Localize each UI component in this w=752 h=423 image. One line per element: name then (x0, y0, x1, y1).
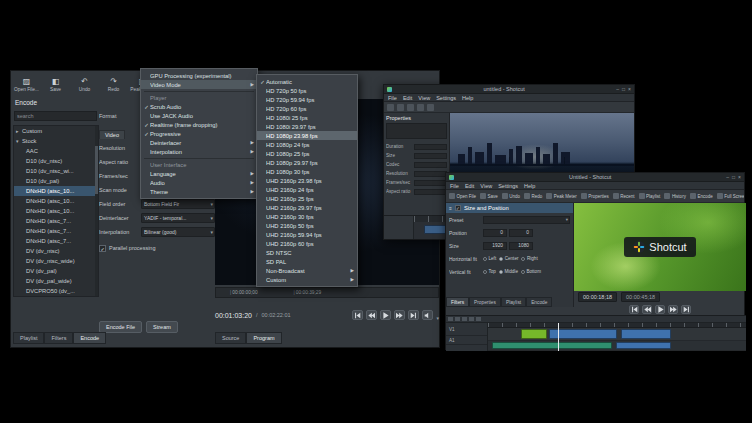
menu-item[interactable]: Deinterlacer (141, 138, 257, 147)
current-timecode[interactable]: 00:00:18;18 (578, 292, 617, 302)
dock-tab[interactable]: Encode (526, 297, 552, 307)
skip-to-end-button[interactable] (408, 310, 419, 320)
field-combo[interactable]: Bottom Field Fir (141, 199, 215, 209)
rewind-button[interactable] (366, 310, 377, 320)
preset-tree-item[interactable]: DNxHD (atsc_7... (14, 236, 98, 246)
preset-tree-item[interactable]: DNxHD (atsc_10... (14, 206, 98, 216)
preset-tree-item[interactable]: ▾ Stock (14, 136, 98, 146)
submenu-item[interactable]: UHD 2160p 25 fps (257, 194, 357, 203)
paste-icon[interactable] (469, 317, 474, 321)
player-tab[interactable]: Source (215, 332, 246, 344)
peak-meter-icon[interactable] (427, 104, 434, 111)
size-height-field[interactable]: 1080 (509, 242, 533, 250)
submenu-item[interactable]: UHD 2160p 23.98 fps (257, 176, 357, 185)
menu-item[interactable]: User Interface (141, 160, 257, 169)
menu-item[interactable]: Progressive (141, 129, 257, 138)
cut-icon[interactable] (455, 317, 460, 321)
titlebar[interactable]: untitled - Shotcut –□× (384, 85, 634, 94)
toolbar-button[interactable]: Peak Meter (546, 193, 577, 199)
total-timecode[interactable]: 00:00:45;18 (621, 292, 660, 302)
submenu-item[interactable]: Non-Broadcast (257, 266, 357, 275)
track-head[interactable]: V1 (446, 323, 487, 336)
menu-entry[interactable]: View (480, 183, 492, 189)
copy-icon[interactable] (462, 317, 467, 321)
valign-radio[interactable]: Bottom (521, 269, 541, 274)
save-icon[interactable] (397, 104, 404, 111)
property-value-field[interactable] (414, 144, 447, 150)
volume-caret-icon[interactable] (436, 306, 439, 324)
dock-tab[interactable]: Filters (44, 332, 73, 344)
property-value-field[interactable] (414, 153, 447, 159)
menu-item[interactable]: Scrub Audio (141, 102, 257, 111)
position-x-field[interactable]: 0 (483, 229, 507, 237)
timeline-ruler[interactable]: 00:00:00;0000:00:39;29 (215, 287, 439, 298)
preset-tree-item[interactable]: DNxHD (atsc_7... (14, 226, 98, 236)
filter-enabled-checkbox[interactable] (455, 205, 461, 211)
menu-entry[interactable]: View (418, 95, 430, 101)
play-button[interactable] (380, 310, 391, 320)
timeline-menu-icon[interactable] (448, 317, 453, 321)
toolbar-button[interactable]: Redo (524, 193, 542, 199)
halign-radio[interactable]: Left (483, 256, 496, 261)
submenu-item[interactable]: SD NTSC (257, 248, 357, 257)
menu-item[interactable]: Realtime (frame dropping) (141, 120, 257, 129)
skip-to-end-button[interactable] (681, 305, 691, 314)
append-icon[interactable] (476, 317, 481, 321)
window-control-icon[interactable]: – (616, 86, 619, 92)
track-head[interactable]: A1 (446, 336, 487, 345)
property-value-field[interactable] (414, 189, 447, 195)
menu-item[interactable]: Interpolation (141, 147, 257, 156)
position-y-field[interactable]: 0 (509, 229, 533, 237)
valign-radio[interactable]: Top (483, 269, 496, 274)
playhead[interactable] (558, 323, 559, 351)
menu-item[interactable]: Video Mode (141, 80, 257, 89)
drag-handle-icon[interactable] (449, 205, 452, 211)
submenu-item[interactable]: UHD 2160p 59.94 fps (257, 230, 357, 239)
preset-tree-item[interactable]: DVCPRO50 (dv_... (14, 286, 98, 296)
window-control-icon[interactable]: □ (622, 86, 625, 92)
halign-radio[interactable]: Center (499, 256, 518, 261)
toolbar-button[interactable]: History (664, 193, 686, 199)
fast-forward-button[interactable] (668, 305, 678, 314)
titlebar[interactable]: Untitled - Shotcut –□× (446, 173, 744, 182)
window-control-icon[interactable]: – (726, 174, 729, 180)
submenu-item[interactable]: HD 1080p 25 fps (257, 149, 357, 158)
submenu-item[interactable]: HD 720p 59.94 fps (257, 95, 357, 104)
menu-entry[interactable]: File (450, 183, 459, 189)
menu-entry[interactable]: Settings (498, 183, 518, 189)
menu-item[interactable]: GPU Processing (experimental) (141, 71, 257, 80)
field-combo[interactable]: Bilinear (good) (141, 227, 215, 237)
halign-radio[interactable]: Right (521, 256, 537, 261)
menu-item[interactable]: Use JACK Audio (141, 111, 257, 120)
preset-tree-item[interactable]: DNxHD (atsc_7... (14, 216, 98, 226)
window-control-icon[interactable]: × (738, 174, 741, 180)
valign-radio[interactable]: Middle (499, 269, 518, 274)
skip-to-start-button[interactable] (629, 305, 639, 314)
dock-tab[interactable]: Encode (73, 332, 106, 344)
checkbox-checked-icon[interactable] (99, 245, 106, 252)
dock-tab[interactable]: Filters (446, 297, 469, 307)
preset-tree-item[interactable]: DV (dv_ntsc_wide) (14, 256, 98, 266)
window-control-icon[interactable]: × (628, 86, 631, 92)
preset-tree-item[interactable]: DNxHD (atsc_10... (14, 186, 98, 196)
submenu-item[interactable]: UHD 2160p 50 fps (257, 221, 357, 230)
toolbar-button[interactable]: Encode (690, 193, 713, 199)
undo-icon[interactable] (407, 104, 414, 111)
submenu-item[interactable]: Automatic (257, 77, 357, 86)
submenu-item[interactable]: HD 720p 50 fps (257, 86, 357, 95)
property-value-field[interactable] (414, 171, 447, 177)
submenu-item[interactable]: UHD 2160p 30 fps (257, 212, 357, 221)
menu-entry[interactable]: Settings (436, 95, 456, 101)
menu-entry[interactable]: Help (524, 183, 535, 189)
submenu-item[interactable]: HD 1080i 25 fps (257, 113, 357, 122)
menu-item[interactable]: Audio (141, 178, 257, 187)
tab-video[interactable]: Video (99, 130, 125, 139)
toolbar-button[interactable]: Recent (613, 193, 635, 199)
menu-item[interactable]: Theme (141, 187, 257, 196)
preset-tree-item[interactable]: AAC (14, 146, 98, 156)
submenu-item[interactable]: HD 1080p 23.98 fps (257, 131, 357, 140)
window-control-icon[interactable]: □ (732, 174, 735, 180)
toolbar-button[interactable]: ↷ Redo (100, 73, 127, 96)
submenu-item[interactable]: HD 1080i 29.97 fps (257, 122, 357, 131)
menu-entry[interactable]: Edit (403, 95, 412, 101)
